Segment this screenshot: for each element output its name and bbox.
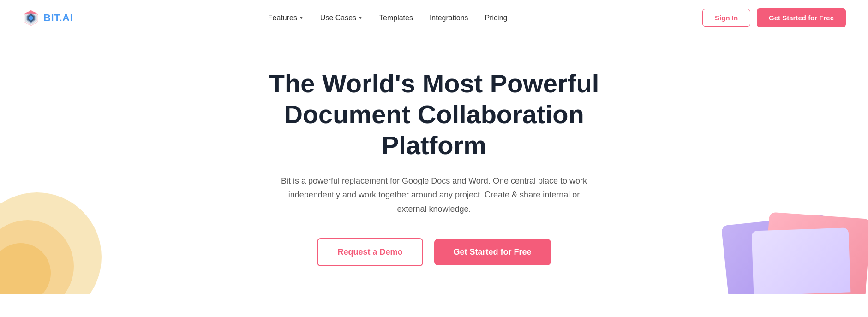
deco-card-lavender <box>752 228 851 294</box>
nav-item-pricing[interactable]: Pricing <box>485 14 508 22</box>
nav-item-templates[interactable]: Templates <box>379 14 413 22</box>
chevron-down-icon: ▼ <box>299 15 304 20</box>
nav-item-use-cases[interactable]: Use Cases ▼ <box>320 14 363 22</box>
request-demo-button[interactable]: Request a Demo <box>317 238 423 266</box>
nav-item-integrations[interactable]: Integrations <box>430 14 468 22</box>
chevron-down-icon: ▼ <box>358 15 363 20</box>
nav-link-use-cases[interactable]: Use Cases ▼ <box>320 14 363 22</box>
deco-cards-right <box>720 192 868 294</box>
hero-buttons: Request a Demo Get Started for Free <box>317 238 551 266</box>
deco-circles-left <box>0 192 102 294</box>
deco-circle-middle <box>0 220 74 294</box>
nav-item-features[interactable]: Features ▼ <box>268 14 304 22</box>
get-started-hero-button[interactable]: Get Started for Free <box>434 239 551 265</box>
logo-text: BIT.AI <box>43 12 73 24</box>
get-started-nav-button[interactable]: Get Started for Free <box>757 8 846 27</box>
hero-section: The World's Most Powerful Document Colla… <box>0 36 868 294</box>
deco-circle-outer <box>0 192 102 294</box>
signin-button[interactable]: Sign In <box>702 9 750 27</box>
nav-link-templates[interactable]: Templates <box>379 14 413 22</box>
hero-title: The World's Most Powerful Document Colla… <box>250 68 619 161</box>
deco-card-purple <box>721 215 835 294</box>
nav-actions: Sign In Get Started for Free <box>702 8 846 27</box>
nav-link-integrations[interactable]: Integrations <box>430 14 468 22</box>
navbar: BIT.AI Features ▼ Use Cases ▼ Templates … <box>0 0 868 36</box>
logo[interactable]: BIT.AI <box>22 9 73 27</box>
nav-links: Features ▼ Use Cases ▼ Templates Integra… <box>268 14 508 22</box>
hero-subtitle: Bit is a powerful replacement for Google… <box>277 174 591 216</box>
deco-circle-inner <box>0 243 51 294</box>
deco-card-pink <box>764 212 868 294</box>
nav-link-features[interactable]: Features ▼ <box>268 14 304 22</box>
nav-link-pricing[interactable]: Pricing <box>485 14 508 22</box>
logo-icon <box>22 9 40 27</box>
